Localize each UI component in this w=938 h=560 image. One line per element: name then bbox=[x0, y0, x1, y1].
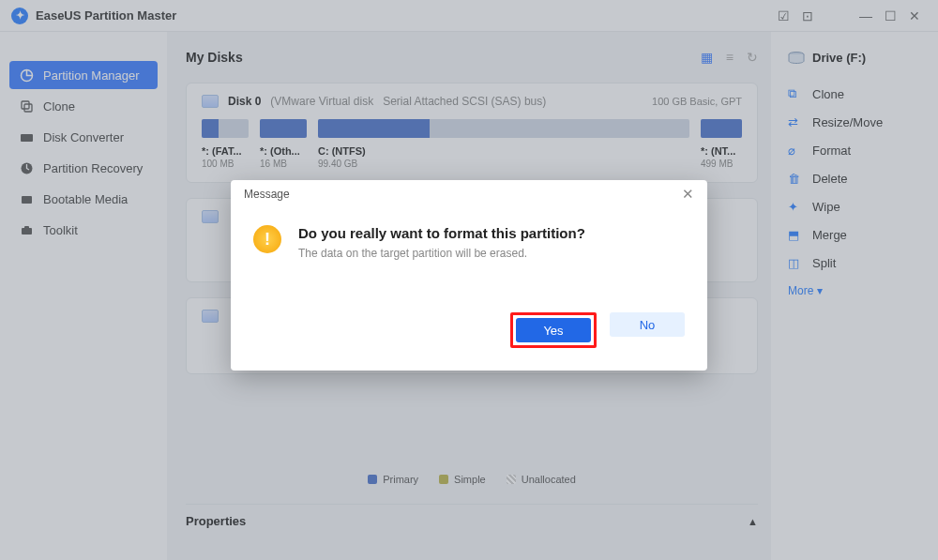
no-button[interactable]: No bbox=[610, 312, 685, 337]
format-confirmation-dialog: Message ✕ ! Do you really want to format… bbox=[231, 180, 707, 371]
modal-overlay: Message ✕ ! Do you really want to format… bbox=[0, 0, 938, 560]
yes-button[interactable]: Yes bbox=[516, 318, 591, 342]
dialog-title: Message bbox=[244, 188, 290, 201]
dialog-question: Do you really want to format this partit… bbox=[298, 225, 585, 241]
dialog-close-button[interactable]: ✕ bbox=[682, 186, 694, 203]
yes-highlight: Yes bbox=[510, 312, 597, 348]
warning-icon: ! bbox=[253, 225, 281, 253]
dialog-message: The data on the target partition will be… bbox=[298, 247, 585, 260]
